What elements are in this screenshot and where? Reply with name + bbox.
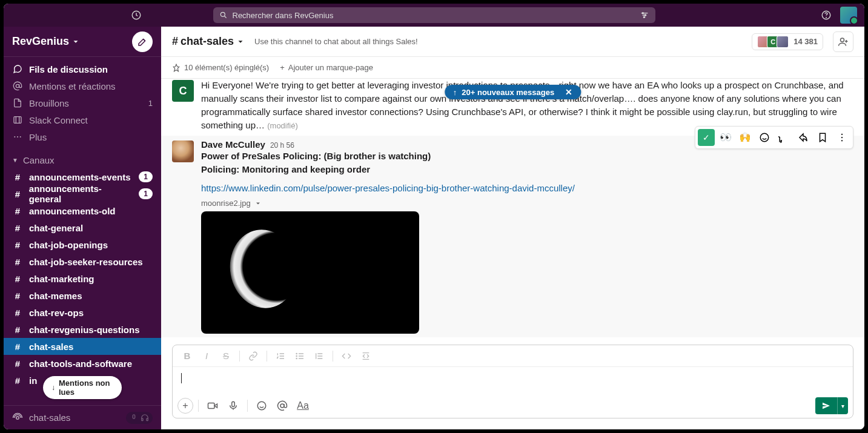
help-icon[interactable] bbox=[821, 10, 832, 21]
strike-button[interactable]: S bbox=[217, 348, 234, 365]
more-actions-icon[interactable] bbox=[833, 129, 850, 146]
arrow-up-icon: ↑ bbox=[453, 88, 457, 97]
history-icon[interactable] bbox=[131, 10, 142, 21]
user-avatar[interactable] bbox=[840, 7, 857, 24]
link-button[interactable] bbox=[245, 348, 262, 365]
sidebar-footer: chat-sales bbox=[4, 405, 161, 429]
svg-rect-24 bbox=[208, 403, 215, 409]
chevron-down-icon[interactable]: ▾ bbox=[838, 397, 848, 414]
channel-chat-marketing[interactable]: #chat-marketing bbox=[4, 270, 161, 287]
message-author[interactable]: Dave McCulley bbox=[201, 139, 265, 150]
italic-button[interactable]: I bbox=[198, 348, 215, 365]
headphones-toggle-icon[interactable] bbox=[141, 414, 149, 422]
compose-input[interactable] bbox=[173, 367, 853, 394]
main-panel: # chat-sales Use this channel to chat ab… bbox=[161, 27, 864, 429]
drafts-count: 1 bbox=[148, 99, 153, 108]
code-button[interactable] bbox=[338, 348, 355, 365]
hash-icon: # bbox=[12, 257, 23, 267]
channel-chat-rev-ops[interactable]: #chat-rev-ops bbox=[4, 304, 161, 321]
pin-icon bbox=[172, 64, 181, 72]
section-channels[interactable]: ▼ Canaux bbox=[4, 151, 161, 168]
thread-icon[interactable] bbox=[775, 129, 792, 146]
svg-point-22 bbox=[296, 355, 297, 356]
attach-button[interactable]: + bbox=[177, 398, 193, 414]
codeblock-button[interactable] bbox=[357, 348, 374, 365]
svg-point-27 bbox=[280, 404, 284, 408]
ordered-list-button[interactable] bbox=[272, 348, 289, 365]
mention-button[interactable] bbox=[273, 397, 291, 415]
svg-rect-8 bbox=[14, 117, 21, 124]
add-reaction-icon[interactable] bbox=[756, 129, 773, 146]
svg-point-2 bbox=[642, 13, 643, 14]
mic-toggle-icon[interactable] bbox=[130, 414, 138, 422]
svg-rect-13 bbox=[133, 414, 135, 418]
share-icon[interactable] bbox=[795, 129, 812, 146]
close-icon[interactable]: ✕ bbox=[565, 87, 572, 97]
nav-drafts[interactable]: Brouillons 1 bbox=[4, 94, 161, 111]
nav-more[interactable]: Plus bbox=[4, 128, 161, 145]
hash-icon: # bbox=[12, 375, 23, 386]
message-link[interactable]: https://www.linkedin.com/pulse/power-pre… bbox=[201, 182, 853, 195]
svg-point-7 bbox=[16, 84, 19, 87]
channel-announcements-general[interactable]: #announcements-general1 bbox=[4, 185, 161, 202]
format-toggle-button[interactable]: Aa bbox=[294, 397, 312, 415]
channel-title[interactable]: # chat-sales bbox=[172, 35, 245, 48]
channel-chat-general[interactable]: #chat-general bbox=[4, 219, 161, 236]
unread-mentions-pill[interactable]: ↓ Mentions non lues bbox=[43, 376, 122, 399]
message-avatar[interactable]: C bbox=[172, 80, 194, 102]
workspace-name: RevGenius bbox=[12, 35, 69, 48]
channel-announcements-events[interactable]: #announcements-events1 bbox=[4, 168, 161, 185]
pinned-items[interactable]: 10 élément(s) épinglé(s) bbox=[172, 63, 269, 72]
nav-mentions[interactable]: Mentions et réactions bbox=[4, 78, 161, 94]
channel-announcements-old[interactable]: #announcements-old bbox=[4, 202, 161, 219]
hash-icon: # bbox=[12, 240, 23, 250]
message-avatar[interactable] bbox=[172, 140, 194, 162]
svg-point-17 bbox=[760, 133, 769, 142]
bookmark-icon[interactable] bbox=[814, 129, 831, 146]
image-attachment[interactable] bbox=[201, 211, 419, 334]
member-count-chip[interactable]: C 14 381 bbox=[752, 33, 823, 50]
svg-point-23 bbox=[296, 358, 297, 359]
filter-icon[interactable] bbox=[640, 10, 649, 20]
bold-button[interactable]: B bbox=[179, 348, 196, 365]
channel-chat-memes[interactable]: #chat-memes bbox=[4, 287, 161, 304]
send-button[interactable]: ▾ bbox=[815, 397, 848, 414]
reaction-raised-hands[interactable]: 🙌 bbox=[737, 129, 754, 146]
mentions-icon bbox=[12, 81, 23, 91]
nav-threads[interactable]: Fils de discussion bbox=[4, 61, 161, 78]
reaction-check[interactable]: ✓ bbox=[698, 129, 715, 146]
channel-chat-job-openings[interactable]: #chat-job-openings bbox=[4, 236, 161, 253]
blockquote-button[interactable] bbox=[311, 348, 328, 365]
add-user-button[interactable] bbox=[833, 31, 853, 52]
channel-chat-tools-and-software[interactable]: #chat-tools-and-software bbox=[4, 355, 161, 372]
titlebar: Rechercher dans RevGenius bbox=[4, 4, 864, 27]
compose-button[interactable] bbox=[132, 31, 153, 52]
channel-chat-sales[interactable]: #chat-sales bbox=[4, 338, 161, 355]
nav-slack-connect[interactable]: Slack Connect bbox=[4, 111, 161, 128]
file-attachment[interactable]: moonrise2.jpg bbox=[201, 199, 853, 208]
hash-icon: # bbox=[12, 291, 23, 301]
add-bookmark[interactable]: + Ajouter un marque-page bbox=[280, 63, 373, 72]
channel-chat-job-seeker-resources[interactable]: #chat-job-seeker-resources bbox=[4, 253, 161, 270]
caret-icon: ▼ bbox=[12, 157, 18, 164]
bullet-list-button[interactable] bbox=[291, 348, 308, 365]
emoji-button[interactable] bbox=[253, 397, 271, 415]
mention-badge: 1 bbox=[139, 171, 153, 182]
threads-icon bbox=[12, 64, 23, 74]
svg-point-1 bbox=[220, 12, 225, 16]
arrow-down-icon: ↓ bbox=[51, 383, 55, 392]
hash-icon: # bbox=[12, 206, 23, 216]
channel-chat-revgenius-questions[interactable]: #chat-revgenius-questions bbox=[4, 321, 161, 338]
hash-icon: # bbox=[12, 172, 23, 182]
video-button[interactable] bbox=[204, 397, 222, 415]
reaction-eyes[interactable]: 👀 bbox=[717, 129, 734, 146]
message-composer: B I S + bbox=[172, 345, 853, 418]
chevron-down-icon bbox=[236, 38, 245, 46]
svg-point-19 bbox=[841, 137, 843, 138]
search-input[interactable]: Rechercher dans RevGenius bbox=[213, 7, 655, 23]
chevron-down-icon bbox=[71, 38, 80, 46]
new-messages-pill[interactable]: ↑ 20+ nouveaux messages ✕ bbox=[445, 85, 581, 99]
mic-button[interactable] bbox=[224, 397, 242, 415]
huddle-icon[interactable] bbox=[12, 412, 23, 423]
workspace-header[interactable]: RevGenius bbox=[4, 27, 161, 57]
